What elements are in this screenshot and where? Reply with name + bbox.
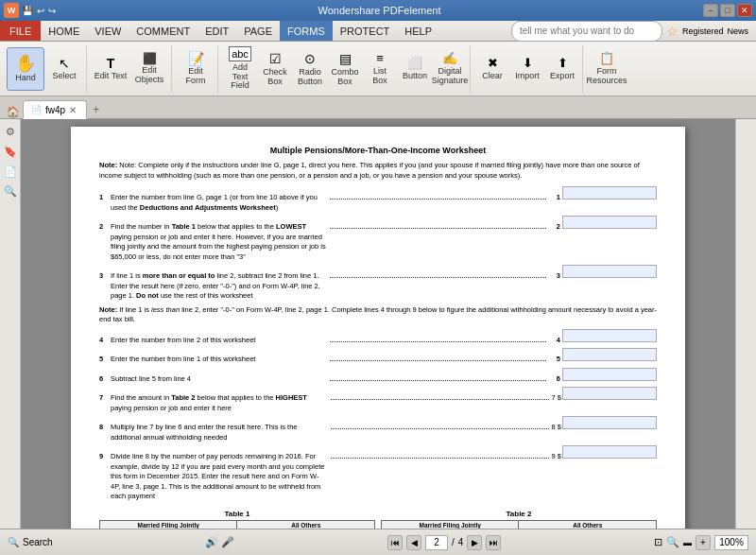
import-button[interactable]: ⬇ Import [510,47,544,91]
edit-text-button[interactable]: T Edit Text [92,47,129,91]
menu-file[interactable]: FILE [0,21,41,41]
line-9-input[interactable] [562,445,657,459]
radio-button-tool[interactable]: ⊙ RadioButton [293,47,327,91]
add-tab-button[interactable]: + [87,101,105,118]
line-3-input[interactable] [562,265,657,278]
search-input[interactable] [511,21,662,42]
zoom-in-button[interactable]: + [696,535,711,550]
tab-bar: 🏠 📄 fw4p ✕ + [0,96,756,119]
sidebar-bookmark-icon[interactable]: 🔖 [2,143,19,160]
pdf-intro-note: Note: Note: Complete only if the instruc… [99,161,657,181]
menu-protect[interactable]: PROTECT [333,21,398,41]
hand-icon: ✋ [15,55,36,72]
minimize-button[interactable]: – [703,4,718,17]
pdf-line-4: 4 Enter the number from line 2 of this w… [99,329,657,346]
export-icon: ⬆ [558,56,568,70]
line-7-input[interactable] [562,387,657,400]
export-label: Export [550,72,575,81]
line-6-input[interactable] [562,368,657,381]
maximize-button[interactable]: □ [720,4,735,17]
check-box-button[interactable]: ☑ CheckBox [258,47,292,91]
line-num-6: 6 [99,374,111,385]
line-num-7: 7 [99,393,111,404]
pdf-line-1: 1 Enter the number from line G, page 1 (… [99,186,657,213]
status-bar: 🔍 Search 🔊 🎤 ⏮ ◀ / 4 ▶ ⏭ ⊡ 🔍 ▬ + [0,529,756,555]
quick-access-icon[interactable]: 💾 [22,6,33,16]
pdf-line-2: 2 Find the number in Table 1 below that … [99,216,657,262]
prev-page-button[interactable]: ◀ [406,535,421,550]
hand-tool-button[interactable]: ✋ Hand [7,47,44,91]
edit-form-button[interactable]: 📝 Edit Form [177,47,215,91]
menu-comment[interactable]: COMMENT [129,21,198,41]
audio-controls: 🔊 🎤 [205,536,234,548]
close-button[interactable]: ✕ [737,4,752,17]
edit-objects-icon: ⬛ [143,53,157,64]
list-box-button[interactable]: ≡ ListBox [363,47,397,91]
form-resources-label: FormResources [586,67,627,86]
menu-page[interactable]: PAGE [236,21,280,41]
radio-icon: ⊙ [304,51,316,66]
document-tab[interactable]: 📄 fw4p ✕ [23,100,87,119]
app-title: Wondershare PDFelement [56,5,703,16]
sidebar-page-icon[interactable]: 📄 [2,163,19,180]
last-page-button[interactable]: ⏭ [486,535,501,550]
zoom-level-input[interactable] [714,535,748,550]
select-tool-button[interactable]: ↖ Select [45,47,83,91]
zoom-bar-icon: ▬ [683,538,692,547]
menu-bar: FILE HOME VIEW COMMENT EDIT PAGE FORMS P… [0,21,756,42]
redo-icon[interactable]: ↪ [48,6,56,16]
app-icon: W [4,3,19,18]
table-1-others-header: All Others [237,520,375,529]
home-tab-icon[interactable]: 🏠 [4,106,23,118]
line-4-input[interactable] [562,329,657,342]
zoom-out-icon[interactable]: 🔍 [666,536,679,548]
fit-icon[interactable]: ⊡ [654,536,662,548]
line-1-input[interactable] [562,186,657,199]
edit-form-label: Edit Form [179,67,213,86]
toolbar-group-navigate: ✋ Hand ↖ Select [4,45,87,93]
edit-objects-label: Edit Objects [132,66,166,85]
menu-edit[interactable]: EDIT [198,21,236,41]
clear-button[interactable]: ✖ Clear [475,47,509,91]
form-resources-button[interactable]: 📋 FormResources [588,47,626,91]
menu-forms[interactable]: FORMS [280,21,333,41]
mic-icon[interactable]: 🎤 [221,536,234,548]
line-2-input[interactable] [562,216,657,229]
edit-objects-button[interactable]: ⬛ Edit Objects [130,47,168,91]
page-number-input[interactable] [425,535,448,550]
line-5-input[interactable] [562,348,657,361]
pdf-mid-note: Note: If line 1 is less than line 2, ent… [99,305,657,325]
sidebar-search-icon[interactable]: 🔍 [2,182,19,199]
combo-box-button[interactable]: ▤ ComboBox [328,47,362,91]
undo-icon[interactable]: ↩ [37,6,44,16]
sidebar-nav-icon[interactable]: ⚙ [2,123,19,140]
right-sidebar [735,119,756,529]
toolbar-group-form-edit: 📝 Edit Form [174,45,218,93]
digital-sig-label: DigitalSignature [432,67,469,86]
toolbar-group-actions: ✖ Clear ⬇ Import ⬆ Export [472,45,583,93]
favorite-icon[interactable]: ☆ [666,24,679,39]
pdf-line-8: 8 Multiply line 7 by line 6 and enter th… [99,416,657,442]
form-resources-icon: 📋 [599,51,614,65]
line-8-input[interactable] [562,416,657,429]
table-1: Married Filing Jointly All Others If wag… [99,520,375,529]
menu-home[interactable]: HOME [41,21,87,41]
audio-icon[interactable]: 🔊 [205,536,218,548]
status-search: 🔍 Search [8,537,53,547]
tab-close-button[interactable]: ✕ [69,105,77,115]
main-layout: ⚙ 🔖 📄 🔍 Multiple Pensions/More-Than-One-… [0,119,756,529]
page-separator: / [452,537,455,547]
add-text-field-button[interactable]: abc AddText Field [223,47,257,91]
export-button[interactable]: ⬆ Export [545,47,579,91]
menu-help[interactable]: HELP [397,21,439,41]
digital-signature-button[interactable]: ✍ DigitalSignature [433,47,467,91]
toolbar-group-fields: abc AddText Field ☑ CheckBox ⊙ RadioButt… [220,45,471,93]
line-num-2: 2 [99,222,111,233]
button-tool[interactable]: ⬜ Button [398,47,432,91]
tab-icon: 📄 [31,105,42,114]
line-num-3: 3 [99,271,111,282]
radio-label: RadioButton [298,68,322,87]
first-page-button[interactable]: ⏮ [387,535,403,550]
next-page-button[interactable]: ▶ [467,535,482,550]
menu-view[interactable]: VIEW [87,21,129,41]
